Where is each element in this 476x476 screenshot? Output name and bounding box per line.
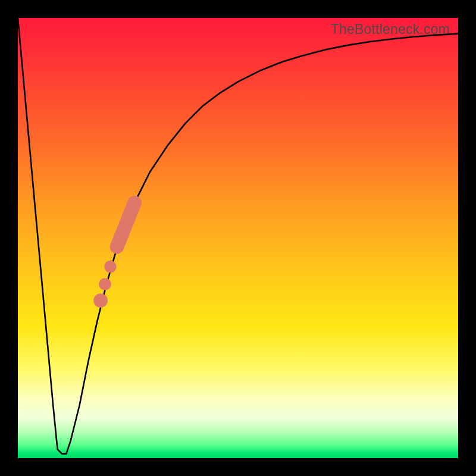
plot-area: TheBottleneck.com bbox=[18, 18, 458, 458]
marker-dot bbox=[99, 278, 111, 290]
chart-frame: TheBottleneck.com bbox=[0, 0, 476, 476]
marker-segment bbox=[117, 203, 135, 247]
chart-svg bbox=[18, 18, 458, 458]
bottleneck-curve bbox=[18, 18, 458, 454]
marker-dot bbox=[93, 293, 108, 308]
marker-dot bbox=[104, 261, 117, 273]
